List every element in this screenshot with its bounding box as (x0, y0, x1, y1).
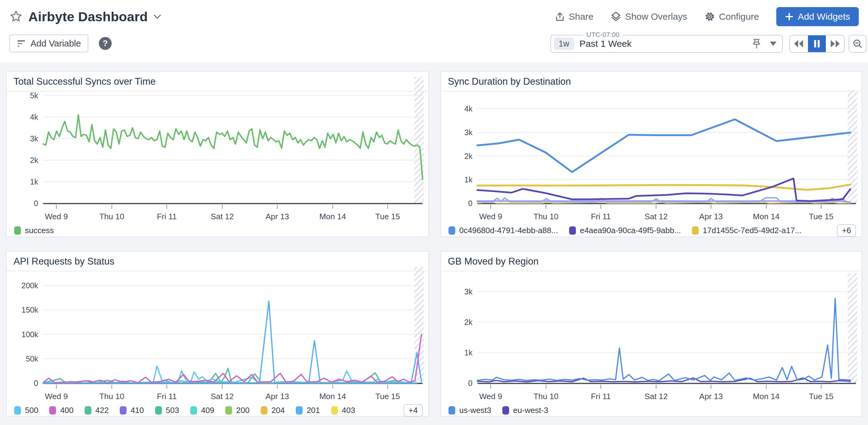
svg-text:Tue 15: Tue 15 (375, 392, 400, 401)
legend-swatch (190, 406, 197, 415)
show-overlays-label: Show Overlays (625, 11, 687, 22)
time-dropdown-caret[interactable] (770, 41, 777, 46)
legend-item[interactable]: 500 (14, 405, 38, 415)
toolbar: Add Variable ? UTC-07:00 1w Past 1 Week (9, 34, 862, 53)
svg-text:Thu 10: Thu 10 (99, 212, 124, 221)
pin-icon[interactable] (751, 38, 762, 50)
svg-text:Wed 9: Wed 9 (45, 212, 68, 221)
configure-button[interactable]: Configure (705, 11, 759, 22)
help-button[interactable]: ? (99, 37, 112, 50)
widget-title: API Requests by Status (7, 252, 428, 271)
svg-text:Apr 13: Apr 13 (265, 212, 289, 221)
header-actions: Share Show Overlays Configure Add Widget… (555, 7, 859, 26)
legend-swatch (155, 406, 162, 415)
legend-item[interactable]: 503 (155, 405, 179, 415)
svg-text:Mon 14: Mon 14 (319, 392, 346, 401)
favorite-star-icon[interactable] (9, 10, 23, 23)
svg-text:Fri 11: Fri 11 (157, 212, 177, 221)
configure-label: Configure (719, 11, 759, 22)
svg-text:Wed 9: Wed 9 (479, 212, 502, 221)
series-line (43, 383, 417, 383)
show-overlays-button[interactable]: Show Overlays (611, 11, 687, 22)
add-variable-button[interactable]: Add Variable (9, 34, 88, 52)
chart-legend: us-west3eu-west-3 (448, 404, 856, 417)
pause-icon (813, 39, 820, 48)
legend-item[interactable]: eu-west-3 (502, 405, 548, 415)
legend-label: us-west3 (459, 405, 491, 415)
chart-area[interactable] (42, 279, 423, 379)
legend-label: 200 (236, 405, 249, 415)
svg-text:Tue 15: Tue 15 (809, 212, 834, 221)
svg-text:Thu 10: Thu 10 (533, 212, 558, 221)
legend-item[interactable]: us-west3 (448, 405, 491, 415)
legend-item[interactable]: 403 (331, 405, 355, 415)
legend-label: 204 (272, 405, 285, 415)
legend-item[interactable]: 204 (261, 405, 285, 415)
legend-swatch (261, 406, 268, 415)
svg-text:0: 0 (34, 379, 38, 388)
legend-swatch (225, 406, 232, 415)
legend-label: 0c49680d-4791-4ebb-a88... (459, 226, 558, 235)
time-range-chip[interactable]: 1w (554, 37, 574, 50)
svg-text:100k: 100k (22, 330, 38, 339)
share-icon (555, 11, 565, 22)
svg-text:Mon 14: Mon 14 (319, 212, 346, 221)
legend-item[interactable]: 200 (225, 405, 249, 415)
add-widgets-button[interactable]: Add Widgets (776, 7, 859, 26)
legend-more-badge[interactable]: +6 (837, 224, 856, 237)
svg-text:3k: 3k (464, 128, 473, 137)
zoom-out-button[interactable] (848, 35, 866, 53)
chart-area[interactable] (476, 279, 857, 379)
legend-swatch (448, 226, 455, 235)
legend-item[interactable]: success (14, 226, 54, 235)
svg-text:Wed 9: Wed 9 (45, 392, 68, 401)
pause-button[interactable] (808, 35, 826, 52)
legend-swatch (14, 226, 21, 235)
widget-total-successful-syncs: Total Successful Syncs over Time 01k2k3k… (6, 71, 429, 237)
svg-text:Fri 11: Fri 11 (591, 212, 611, 221)
chevron-down-icon[interactable] (153, 14, 161, 19)
legend-item[interactable]: 400 (49, 405, 73, 415)
legend-swatch (85, 406, 91, 415)
chart-area[interactable] (476, 99, 857, 200)
legend-item[interactable]: 410 (120, 405, 144, 415)
backward-button[interactable] (790, 35, 808, 52)
legend-item[interactable]: 409 (190, 405, 214, 415)
svg-text:150k: 150k (22, 305, 38, 314)
svg-text:Sat 12: Sat 12 (645, 392, 668, 401)
widget-sync-duration-by-destination: Sync Duration by Destination 01k2k3k4kWe… (440, 71, 862, 237)
svg-text:Thu 10: Thu 10 (533, 392, 558, 401)
widget-title: GB Moved by Region (441, 252, 862, 271)
svg-text:1k: 1k (464, 348, 473, 357)
time-range-picker[interactable]: UTC-07:00 1w Past 1 Week (550, 35, 783, 53)
legend-swatch (14, 406, 21, 415)
chart-area[interactable] (42, 99, 423, 200)
legend-item[interactable]: 0c49680d-4791-4ebb-a88... (448, 226, 558, 235)
legend-item[interactable]: 201 (296, 405, 320, 415)
svg-text:50k: 50k (26, 355, 38, 363)
legend-item[interactable]: 422 (85, 405, 108, 415)
svg-text:Tue 15: Tue 15 (809, 392, 834, 401)
svg-text:Apr 13: Apr 13 (699, 392, 723, 401)
share-button[interactable]: Share (555, 11, 593, 22)
svg-text:Sat 12: Sat 12 (211, 212, 234, 221)
svg-text:Mon 14: Mon 14 (753, 212, 780, 221)
dashboard-title-group[interactable]: Airbyte Dashboard (9, 9, 161, 24)
filter-icon (17, 39, 26, 48)
svg-text:3k: 3k (464, 287, 473, 296)
legend-swatch (569, 226, 576, 235)
legend-swatch (331, 406, 338, 415)
legend-more-badge[interactable]: +4 (404, 404, 423, 417)
legend-item[interactable]: e4aea90a-90ca-49f5-9abb... (569, 226, 681, 235)
page-title: Airbyte Dashboard (28, 9, 148, 24)
svg-text:Sat 12: Sat 12 (211, 392, 234, 401)
forward-button[interactable] (826, 35, 844, 52)
chart-legend: 500400422410503409200204201403+4 (14, 404, 423, 417)
dashboard-canvas: Total Successful Syncs over Time 01k2k3k… (0, 62, 868, 425)
zoom-out-icon (852, 38, 863, 49)
svg-text:Thu 10: Thu 10 (99, 392, 124, 401)
legend-label: success (25, 226, 54, 235)
svg-text:5k: 5k (30, 91, 38, 100)
series-line (477, 202, 850, 203)
legend-item[interactable]: 17d1455c-7ed5-49d2-a17... (692, 226, 802, 235)
